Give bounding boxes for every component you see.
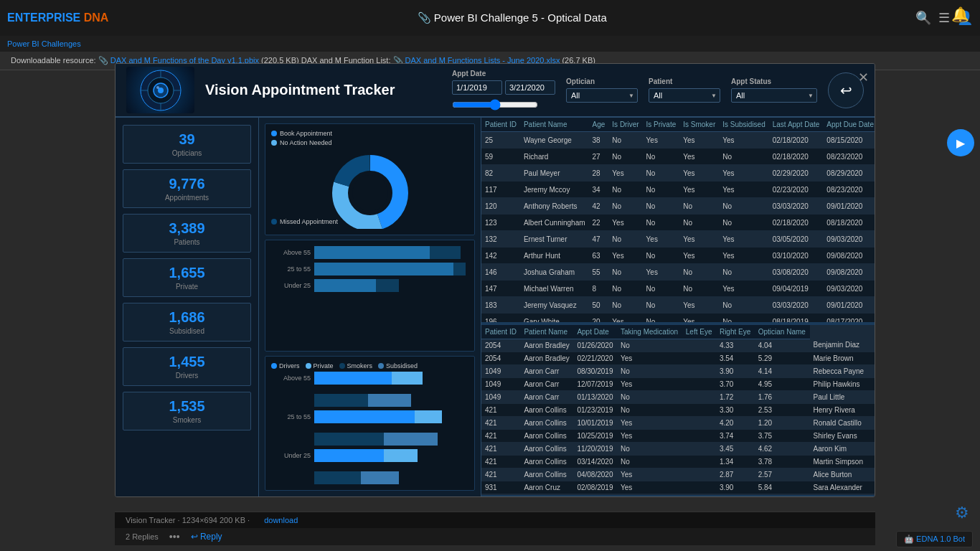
date-range-slider[interactable]: [452, 99, 538, 110]
table-cell: 09/08/2020: [823, 248, 875, 264]
col-age[interactable]: Age: [589, 118, 609, 132]
optician-label: Optician: [566, 77, 638, 85]
date-start-input[interactable]: [452, 80, 502, 95]
modal: ✕ Vision Appointment Tracker Appt Date: [115, 63, 875, 497]
table-cell: 09/03/2020: [823, 281, 875, 297]
table-cell: 2.59: [716, 494, 755, 496]
col-patient-id[interactable]: Patient ID: [481, 118, 520, 132]
table-cell: 4.62: [755, 442, 810, 455]
table-cell: Aaron Bradley: [520, 352, 573, 364]
col-appt-due[interactable]: Appt Due Date: [823, 118, 875, 132]
table-cell: 931: [481, 481, 520, 494]
table-cell: Aaron Cruz: [520, 481, 573, 494]
table-cell: 09/08/2020: [823, 264, 875, 281]
table-cell: [682, 390, 716, 403]
bar-fill-25to55-b: [453, 263, 466, 276]
date-end-input[interactable]: [505, 80, 555, 95]
svg-point-4: [156, 86, 159, 89]
notification-bell[interactable]: 🔔: [951, 6, 969, 23]
detail-table-container[interactable]: Patient ID Patient Name Appt Date Taking…: [481, 324, 875, 496]
detail-table-header: Patient ID Patient Name Appt Date Taking…: [481, 325, 875, 339]
optician-select[interactable]: All: [566, 88, 638, 103]
main-table-header: Patient ID Patient Name Age Is Driver Is…: [481, 118, 875, 132]
patient-filter: Patient All: [649, 77, 720, 103]
table-cell: 8: [589, 281, 609, 297]
bar-row-25to55-1: 25 to 55: [271, 263, 468, 276]
col-is-driver[interactable]: Is Driver: [608, 118, 642, 132]
table-cell: 421: [481, 429, 520, 442]
dcol-right-eye[interactable]: Right Eye: [716, 325, 755, 339]
close-button[interactable]: ✕: [858, 70, 869, 85]
col-patient-name[interactable]: Patient Name: [520, 118, 589, 132]
footer-download-link[interactable]: download: [264, 516, 298, 524]
table-row: 147Michael Warren8NoNoNoYes09/04/201909/…: [481, 281, 875, 297]
subtitle-link[interactable]: Power BI Challenges: [7, 39, 81, 48]
private-count: 1,655: [129, 265, 245, 281]
table-cell: 1.34: [716, 455, 755, 468]
detail-table-body: 2054Aaron Bradley01/26/2020No4.334.04Ben…: [481, 339, 875, 496]
col-last-appt[interactable]: Last Appt Date: [769, 118, 824, 132]
appt-status-select[interactable]: All: [731, 88, 817, 103]
stat-subsidised: 1,686 Subsidised: [123, 303, 251, 342]
main-table-container[interactable]: Patient ID Patient Name Age Is Driver Is…: [481, 118, 875, 324]
col-is-smoker[interactable]: Is Smoker: [679, 118, 719, 132]
dcol-optician-name[interactable]: Optician Name: [755, 325, 810, 339]
table-cell: Yes: [719, 132, 768, 149]
reply-count: 2 Replies: [126, 532, 159, 541]
search-icon[interactable]: 🔍: [915, 10, 931, 26]
legend-smokers: Smokers: [339, 362, 373, 369]
menu-icon[interactable]: ☰: [938, 10, 950, 26]
table-cell: Yes: [679, 149, 719, 165]
blue-circle-button[interactable]: ▶: [947, 129, 974, 156]
reply-button[interactable]: ↩ Reply: [191, 532, 222, 542]
col-is-subsidised[interactable]: Is Subsidised: [719, 118, 768, 132]
table-cell: 1.20: [755, 416, 810, 429]
table-cell: Henry Rivera: [810, 403, 875, 416]
chart-legend: Drivers Private Smokers Subsidised: [271, 362, 468, 369]
table-cell: Shirley Evans: [810, 429, 875, 442]
patients-count: 3,389: [129, 220, 245, 237]
table-cell: 38: [589, 132, 609, 149]
table-cell: 55: [589, 264, 609, 281]
table-cell: 4.14: [755, 364, 810, 377]
table-cell: Yes: [719, 165, 768, 182]
patient-select[interactable]: All: [649, 88, 720, 103]
bar-row-under25-1: Under 25: [271, 279, 468, 292]
patient-select-wrapper: All: [649, 88, 720, 103]
dcol-taking-med[interactable]: Taking Medication: [617, 325, 682, 339]
table-cell: 04/08/2020: [573, 468, 617, 481]
table-cell: 4.04: [755, 339, 810, 352]
stat-appointments: 9,776 Appointments: [123, 169, 251, 208]
dcol-left-eye[interactable]: Left Eye: [682, 325, 716, 339]
appointments-label: Appointments: [129, 194, 245, 202]
table-cell: [682, 364, 716, 377]
table-cell: 1049: [481, 377, 520, 390]
table-cell: Aaron Bradley: [520, 339, 573, 352]
dcol-patient-name[interactable]: Patient Name: [520, 325, 573, 339]
table-cell: No: [643, 248, 680, 264]
table-cell: 09/01/2020: [823, 297, 875, 314]
table-cell: No: [608, 132, 642, 149]
table-cell: No: [643, 215, 680, 231]
dcol-patient-id[interactable]: Patient ID: [481, 325, 520, 339]
table-cell: 59: [481, 149, 520, 165]
table-cell: [682, 442, 716, 455]
table-cell: 06/15/2019: [573, 494, 617, 496]
dots-menu[interactable]: •••: [169, 531, 180, 542]
table-cell: No: [617, 390, 682, 403]
table-cell: Rebecca Payne: [810, 364, 875, 377]
table-cell: Jeremy Vasquez: [520, 297, 589, 314]
stat-opticians: 39 Opticians: [123, 125, 251, 164]
col-is-private[interactable]: Is Private: [643, 118, 680, 132]
bar-track-under25-2: [314, 449, 468, 462]
table-cell: Yes: [617, 481, 682, 494]
table-cell: Yes: [643, 132, 680, 149]
table-cell: No: [617, 442, 682, 455]
table-cell: Aaron Collins: [520, 455, 573, 468]
table-cell: 4.33: [716, 339, 755, 352]
table-cell: [682, 403, 716, 416]
table-cell: 63: [589, 248, 609, 264]
dcol-appt-date[interactable]: Appt Date: [573, 325, 617, 339]
bar-row-25to55-2: 25 to 55: [271, 410, 468, 423]
table-cell: 421: [481, 442, 520, 455]
